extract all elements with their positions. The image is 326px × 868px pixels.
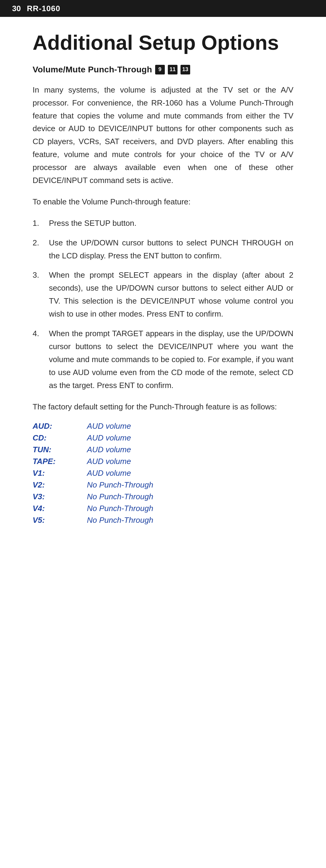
step-number: 1. xyxy=(33,217,44,230)
defaults-value: AUD volume xyxy=(87,445,131,454)
defaults-row: V5:No Punch-Through xyxy=(33,516,153,525)
defaults-row: V4:No Punch-Through xyxy=(33,504,153,513)
defaults-value: No Punch-Through xyxy=(87,516,153,525)
list-item: 3.When the prompt SELECT appears in the … xyxy=(33,269,293,320)
defaults-label: CD: xyxy=(33,433,69,443)
enable-intro: To enable the Volume Punch-through featu… xyxy=(33,195,293,208)
page-container: 30 RR-1060 Additional Setup Options Volu… xyxy=(0,0,326,868)
defaults-label: AUD: xyxy=(33,422,69,431)
list-item: 1.Press the SETUP button. xyxy=(33,217,293,230)
header-bar: 30 RR-1060 xyxy=(0,0,326,17)
defaults-row: AUD:AUD volume xyxy=(33,422,153,431)
defaults-value: No Punch-Through xyxy=(87,480,153,490)
step-text: When the prompt TARGET appears in the di… xyxy=(49,327,293,392)
defaults-value: AUD volume xyxy=(87,457,131,466)
defaults-value: No Punch-Through xyxy=(87,504,153,513)
section-heading-text: Volume/Mute Punch-Through xyxy=(33,65,152,74)
badge-11: 11 xyxy=(168,65,178,74)
step-number: 2. xyxy=(33,236,44,249)
defaults-label: TAPE: xyxy=(33,457,69,466)
step-text: When the prompt SELECT appears in the di… xyxy=(49,269,293,320)
list-item: 2.Use the UP/DOWN cursor buttons to sele… xyxy=(33,236,293,262)
defaults-value: AUD volume xyxy=(87,422,131,431)
intro-paragraph: In many systems, the volume is adjusted … xyxy=(33,84,293,187)
step-number: 3. xyxy=(33,269,44,282)
defaults-value: AUD volume xyxy=(87,433,131,443)
step-text: Use the UP/DOWN cursor buttons to select… xyxy=(49,236,293,262)
defaults-label: V5: xyxy=(33,516,69,525)
defaults-value: No Punch-Through xyxy=(87,492,153,501)
defaults-row: TUN:AUD volume xyxy=(33,445,153,454)
defaults-label: TUN: xyxy=(33,445,69,454)
factory-default-intro: The factory default setting for the Punc… xyxy=(33,400,293,413)
defaults-value: AUD volume xyxy=(87,468,131,478)
defaults-table: AUD:AUD volumeCD:AUD volumeTUN:AUD volum… xyxy=(33,422,153,527)
defaults-label: V3: xyxy=(33,492,69,501)
content-area: Additional Setup Options Volume/Mute Pun… xyxy=(0,17,326,546)
defaults-label: V2: xyxy=(33,480,69,490)
defaults-row: V1:AUD volume xyxy=(33,468,153,478)
defaults-row: V2:No Punch-Through xyxy=(33,480,153,490)
defaults-row: CD:AUD volume xyxy=(33,433,153,443)
page-title: Additional Setup Options xyxy=(33,31,293,54)
steps-list: 1.Press the SETUP button.2.Use the UP/DO… xyxy=(33,217,293,392)
page-number: 30 xyxy=(12,4,21,13)
badge-9: 9 xyxy=(155,65,165,74)
badge-13: 13 xyxy=(181,65,190,74)
section-heading: Volume/Mute Punch-Through 9 11 13 xyxy=(33,65,293,74)
defaults-label: V1: xyxy=(33,468,69,478)
model-number: RR-1060 xyxy=(27,4,60,13)
list-item: 4.When the prompt TARGET appears in the … xyxy=(33,327,293,392)
defaults-row: TAPE:AUD volume xyxy=(33,457,153,466)
defaults-row: V3:No Punch-Through xyxy=(33,492,153,501)
step-number: 4. xyxy=(33,327,44,340)
step-text: Press the SETUP button. xyxy=(49,217,136,230)
defaults-label: V4: xyxy=(33,504,69,513)
